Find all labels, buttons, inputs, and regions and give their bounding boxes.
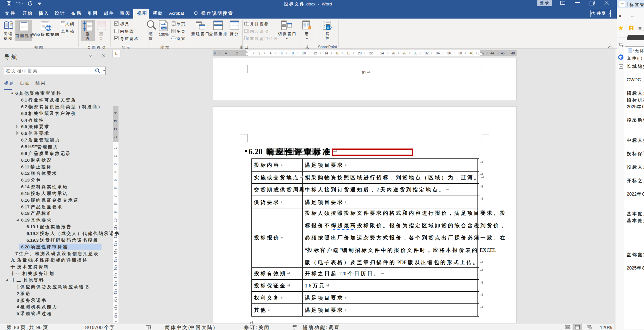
svg-text:S: S [327, 26, 329, 29]
svg-text:100: 100 [162, 27, 166, 30]
